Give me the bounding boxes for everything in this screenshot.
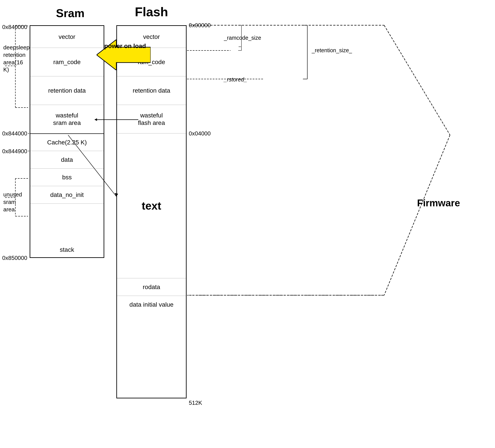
addr-844900: 0x844900 (2, 148, 27, 155)
diagram-container: Sram Flash vector ram_code retention dat… (0, 0, 495, 448)
deepsleep-annotation: deepsleepretentionarea(16 K) (3, 44, 30, 74)
svg-line-9 (384, 25, 450, 135)
ramcode-size-label: _ramcode_size (224, 35, 261, 41)
sram-wasteful: wastefulsram area (30, 105, 104, 134)
sram-empty (30, 204, 104, 241)
flash-rodata: rodata (117, 278, 186, 296)
flash-datainit: data initial value (117, 296, 186, 313)
flash-retdata: retention data (117, 76, 186, 105)
flash-title: Flash (116, 4, 187, 19)
unused-sram-annotation: unusedsramarea (3, 191, 30, 213)
minus-sign: － (237, 43, 243, 50)
addr-04000: 0x04000 (189, 130, 211, 137)
svg-line-10 (384, 135, 450, 295)
sram-title: Sram (33, 7, 108, 20)
retention-size-label: _retention_size_ (312, 47, 352, 54)
power-on-label: power on load (101, 42, 149, 50)
addr-850000: 0x850000 (2, 255, 27, 261)
flash-empty2 (117, 313, 186, 399)
addr-512k: 512K (189, 399, 202, 406)
sram-stack: stack (30, 241, 104, 258)
firmware-label: Firmware (417, 198, 460, 208)
diagonal-line (57, 135, 145, 201)
svg-line-3 (68, 135, 116, 196)
wasteful-arrow (94, 117, 138, 122)
svg-marker-2 (94, 118, 97, 121)
addr-840000: 0x840000 (2, 24, 27, 30)
sram-retdata: retention data (30, 76, 104, 105)
addr-844000: 0x844000 (2, 130, 27, 137)
sram-vector: vector (30, 26, 104, 48)
flash-box: vector ram_code retention data wastefulf… (116, 25, 187, 398)
addr-00000: 0x00000 (189, 22, 211, 29)
sram-ramcode: ram_code (30, 48, 104, 76)
rstored-label: _rstored_ (224, 76, 247, 83)
